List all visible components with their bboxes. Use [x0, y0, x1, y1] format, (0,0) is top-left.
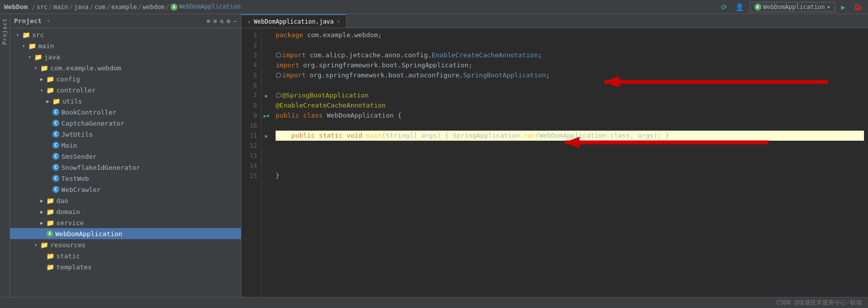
expand-arrow-domain: ▶	[40, 209, 46, 215]
expand-arrow-java: ▾	[28, 54, 34, 60]
app-brand: WebDom	[4, 3, 28, 11]
expand-arrow-main: ▾	[22, 43, 28, 49]
run-button[interactable]: ▶	[839, 2, 847, 12]
run-args-11: (WebDomApplication.class, args); }	[536, 131, 669, 141]
spacer-jwt: ▶	[46, 132, 52, 137]
panel-dropdown-arrow[interactable]: ▾	[47, 18, 50, 24]
run-config-selector[interactable]: A WebDomApplication ▾	[750, 2, 835, 12]
import-3-semi: ;	[538, 50, 542, 60]
update-icon[interactable]: ⟳	[719, 2, 729, 12]
panel-header: Project ▾ ⊕ ≡ ⇅ ⚙ −	[10, 14, 241, 28]
tree-item-controller[interactable]: ▾ 📁 controller	[10, 84, 241, 95]
kw-public-11: public	[291, 131, 319, 141]
gutter-run-7[interactable]: ▶	[265, 93, 268, 98]
tree-label-resources: resources	[50, 241, 85, 249]
tree-item-package[interactable]: ▾ 📁 com.example.webdom	[10, 62, 241, 73]
expand-arrow-utils: ▶	[46, 98, 52, 104]
class-icon-captcha: C	[52, 120, 59, 127]
kw-package: package	[276, 30, 307, 40]
classname-9: WebDomApplication {	[327, 111, 402, 121]
folder-icon-domain: 📁	[46, 208, 54, 216]
code-line-15: }	[276, 171, 864, 181]
tree-label-static: static	[56, 252, 80, 260]
folder-icon-package: 📁	[40, 64, 48, 72]
indent-11	[276, 131, 291, 141]
code-editor[interactable]: 1 2 3 4 5 6 7 8 9 10 11 12 13 14 15	[241, 28, 868, 297]
tree-item-webcrawler[interactable]: ▶ C WebCrawler	[10, 184, 241, 195]
tab-webdomapp[interactable]: ☕ WebDomApplication.java ✕	[241, 14, 346, 28]
sidebar-strip: Project	[0, 14, 10, 297]
settings-icon[interactable]: ⚙	[227, 18, 230, 25]
code-content[interactable]: package com.example.webdom; ⬡ import com…	[272, 28, 868, 297]
class-icon-webcrawler: C	[52, 186, 59, 193]
tree-label-snowflake: SnowflakeIdGenerator	[61, 164, 140, 171]
tree-label-utils: utils	[62, 97, 82, 105]
tree-label-src: src	[32, 31, 44, 39]
tree-item-snowflake[interactable]: ▶ C SnowflakeIdGenerator	[10, 162, 241, 173]
gutter: ▶ ▶ ◆ ▶	[262, 28, 272, 297]
code-line-9: public class WebDomApplication {	[276, 111, 864, 121]
ann-enablecache: @EnableCreateCacheAnnotation	[276, 100, 386, 111]
folder-icon-controller: 📁	[46, 86, 54, 94]
bc-webdom[interactable]: webdom	[143, 4, 164, 11]
tree-item-resources[interactable]: ▾ 📁 resources	[10, 239, 241, 250]
bc-java[interactable]: java	[74, 4, 89, 11]
class-icon-bookcontroller: C	[52, 109, 59, 116]
folder-icon-config: 📁	[46, 75, 54, 83]
gutter-debug-9[interactable]: ◆	[267, 113, 269, 118]
scope-icon[interactable]: ⊕	[207, 18, 210, 25]
tree-item-bookcontroller[interactable]: ▶ C BookController	[10, 107, 241, 118]
tree-item-static[interactable]: ▶ 📁 static	[10, 250, 241, 261]
folder-icon-main: 📁	[28, 42, 36, 50]
tree-label-config: config	[56, 75, 80, 83]
tree-item-testweb[interactable]: ▶ C TestWeb	[10, 173, 241, 184]
ann-springboot: @SpringBootApplication	[282, 90, 369, 100]
debug-button[interactable]: 🐞	[851, 2, 864, 12]
class-icon-jwt: C	[52, 131, 59, 138]
params-11: (	[382, 131, 386, 141]
tree-item-main-class[interactable]: ▶ C Main	[10, 140, 241, 151]
tree-label-testweb: TestWeb	[61, 175, 89, 182]
code-line-14	[276, 161, 864, 171]
tree-item-jwt[interactable]: ▶ C JwtUtils	[10, 129, 241, 140]
tree-item-webdomapp[interactable]: ▶ A WebDomApplication	[10, 228, 241, 239]
profile-icon[interactable]: 👤	[733, 2, 746, 12]
expand-arrow-resources: ▾	[34, 242, 40, 248]
code-line-10	[276, 121, 864, 131]
code-line-13	[276, 151, 864, 161]
tree-item-src[interactable]: ▾ 📁 src	[10, 29, 241, 40]
bc-example[interactable]: example	[111, 4, 137, 11]
tree-label-domain: domain	[56, 208, 80, 216]
tree-item-templates[interactable]: ▶ 📁 templates	[10, 261, 241, 272]
bc-src[interactable]: src	[37, 4, 48, 11]
bc-com[interactable]: com	[95, 4, 106, 11]
arrparam-11: [] args) {	[409, 131, 453, 141]
close-panel-icon[interactable]: −	[233, 18, 237, 25]
tree-item-config[interactable]: ▶ 📁 config	[10, 73, 241, 84]
tree-item-domain[interactable]: ▶ 📁 domain	[10, 206, 241, 217]
spacer-sms: ▶	[46, 154, 52, 159]
tree-item-main[interactable]: ▾ 📁 main	[10, 40, 241, 51]
project-tree[interactable]: ▾ 📁 src ▾ 📁 main ▾ 📁 java ▾	[10, 28, 241, 297]
tree-item-dao[interactable]: ▶ 📁 dao	[10, 195, 241, 206]
editor-tabs: ☕ WebDomApplication.java ✕	[241, 14, 868, 28]
tree-item-utils[interactable]: ▶ 📁 utils	[10, 95, 241, 107]
tab-close-btn[interactable]: ✕	[337, 18, 340, 25]
collapse-icon[interactable]: ≡	[213, 18, 217, 25]
bc-main[interactable]: main	[53, 4, 68, 11]
tree-item-sms[interactable]: ▶ C SmsSender	[10, 151, 241, 162]
tree-item-service[interactable]: ▶ 📁 service	[10, 217, 241, 228]
titlebar: WebDom / src / main / java / com / examp…	[0, 0, 868, 14]
tree-label-package: com.example.webdom	[50, 64, 121, 72]
class-icon-testweb: C	[52, 175, 59, 182]
tree-item-java[interactable]: ▾ 📁 java	[10, 51, 241, 62]
tab-file-icon: ☕	[247, 18, 251, 25]
project-label[interactable]: Project	[2, 18, 8, 45]
tree-item-captcha[interactable]: ▶ C CaptchaGenerator	[10, 118, 241, 129]
gutter-run-11[interactable]: ▶	[265, 133, 268, 139]
run-config-arrow: ▾	[827, 4, 830, 11]
import-5-pkg: org.springframework.boot.autoconfigure.	[310, 70, 463, 80]
expand-arrow-config: ▶	[40, 76, 46, 82]
equalizer-icon[interactable]: ⇅	[220, 18, 223, 25]
kw-import-4: import	[276, 60, 303, 70]
